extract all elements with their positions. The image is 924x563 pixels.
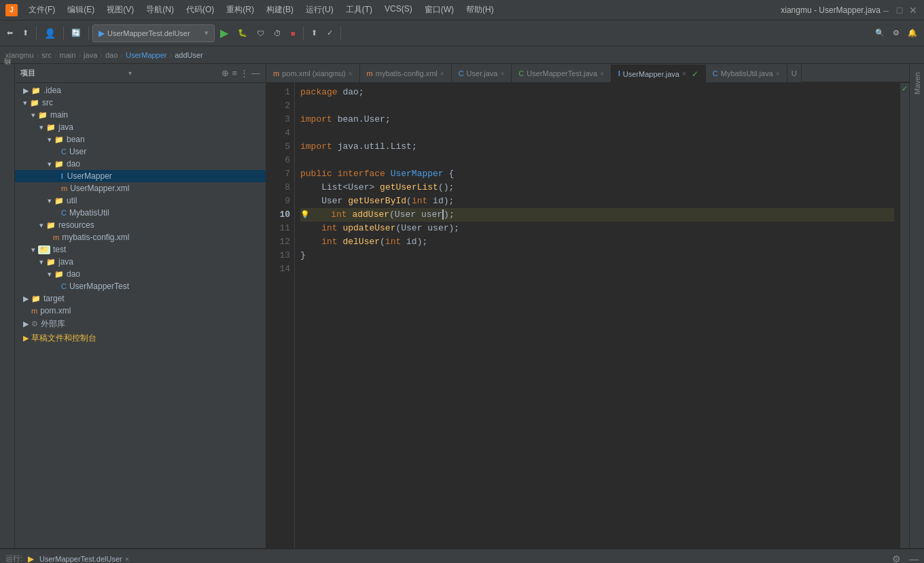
menu-window[interactable]: 窗口(W) <box>419 3 459 17</box>
tab-user[interactable]: C User.java × <box>452 65 512 82</box>
run-config-selector[interactable]: ▶ UserMapperTest.delUser ▾ <box>92 24 215 42</box>
run-button[interactable]: ▶ <box>216 24 232 43</box>
tab-mybatisutil[interactable]: C MybatisUtil.java × <box>706 65 787 82</box>
tree-test[interactable]: ▾ 📁 test <box>15 243 266 256</box>
tree-mybatisutil[interactable]: C MybatisUtil <box>15 207 266 219</box>
tree-main[interactable]: ▾ 📁 main <box>15 109 266 121</box>
code-editor[interactable]: 💡 package dao; import bean.User; import … <box>295 83 900 548</box>
maven-panel-label[interactable]: Maven <box>912 69 923 97</box>
bc-project[interactable]: xiangmu <box>5 51 34 59</box>
run-config-name: UserMapperTest.delUser × <box>39 555 129 563</box>
menu-bar: 文件(F) 编辑(E) 视图(V) 导航(N) 代码(O) 重构(R) 构建(B… <box>23 3 781 17</box>
tab-overflow[interactable]: U <box>787 65 802 82</box>
vcs-update-button[interactable]: ⬆ <box>307 24 321 43</box>
bc-adduser[interactable]: addUser <box>175 51 203 59</box>
tab-mybatis-config[interactable]: m mybatis-config.xml × <box>360 65 452 82</box>
expand-icon: ▾ <box>31 111 35 120</box>
line-num-2: 2 <box>266 99 290 113</box>
folder-icon: 📁 <box>38 111 48 120</box>
menu-refactor[interactable]: 重构(R) <box>221 3 260 17</box>
tab-close-icon[interactable]: × <box>682 70 686 78</box>
tree-minimize-icon[interactable]: — <box>251 68 260 78</box>
tree-scratches[interactable]: ▶ 草稿文件和控制台 <box>15 331 266 345</box>
sync-button[interactable]: 🔄 <box>67 24 85 43</box>
interface-icon: I <box>61 173 63 180</box>
tab-close-icon[interactable]: × <box>349 70 353 78</box>
menu-code[interactable]: 代码(O) <box>181 3 219 17</box>
line-num-3: 3 <box>266 113 290 126</box>
menu-build[interactable]: 构建(B) <box>261 3 299 17</box>
bc-src[interactable]: src <box>41 51 52 59</box>
tree-util[interactable]: ▾ 📁 util <box>15 194 266 207</box>
debug-button[interactable]: 🐛 <box>234 24 251 43</box>
vcs-commit-button[interactable]: ✓ <box>323 24 337 43</box>
settings-icon[interactable]: ⚙ <box>892 553 901 564</box>
tab-close-icon[interactable]: × <box>440 70 444 78</box>
tab-usermapper[interactable]: I UserMapper.java × ✓ <box>611 65 706 82</box>
forward-button[interactable]: ⬆ <box>18 24 33 43</box>
tree-java[interactable]: ▾ 📁 java <box>15 121 266 133</box>
editor-area: m pom.xml (xiangmu) × m mybatis-config.x… <box>266 64 909 548</box>
tree-usermapper[interactable]: I UserMapper <box>15 170 266 182</box>
bc-usermapper[interactable]: UserMapper <box>126 51 167 59</box>
search-everywhere-button[interactable]: 🔍 <box>871 24 889 43</box>
tree-usermapper-test[interactable]: C UserMapperTest <box>15 280 266 292</box>
tree-target[interactable]: ▶ 📁 target <box>15 292 266 305</box>
run-with-coverage-button[interactable]: 🛡 <box>253 24 268 43</box>
tree-pom[interactable]: m pom.xml <box>15 305 266 317</box>
test-tab-icon: C <box>518 69 524 78</box>
back-button[interactable]: ⬅ <box>3 24 17 43</box>
tab-close-icon[interactable]: × <box>500 70 504 78</box>
line-num-12: 12 <box>266 235 290 249</box>
menu-vcs[interactable]: VCS(S) <box>379 3 418 17</box>
editor-scrollbar[interactable]: ✓ <box>900 83 909 548</box>
tree-external-libs[interactable]: ▶ ⚙ 外部库 <box>15 317 266 331</box>
tab-pom[interactable]: m pom.xml (xiangmu) × <box>266 65 360 82</box>
menu-tools[interactable]: 工具(T) <box>340 3 378 17</box>
panel-minimize-icon[interactable]: — <box>909 553 919 564</box>
menu-file[interactable]: 文件(F) <box>23 3 60 17</box>
tree-bean[interactable]: ▾ 📁 bean <box>15 133 266 146</box>
stop-button[interactable]: ■ <box>287 24 300 43</box>
profile-button[interactable]: 👤 <box>40 24 60 43</box>
close-button[interactable]: ✕ <box>908 5 919 16</box>
settings-button[interactable]: ⚙ <box>889 24 904 43</box>
tree-test-java[interactable]: ▾ 📁 java <box>15 256 266 268</box>
menu-edit[interactable]: 编辑(E) <box>62 3 100 17</box>
menu-run[interactable]: 运行(U) <box>300 3 339 17</box>
tab-close-icon[interactable]: × <box>776 70 780 78</box>
tree-resources[interactable]: ▾ 📁 resources <box>15 219 266 231</box>
bc-dao[interactable]: dao <box>105 51 118 59</box>
code-line-11: int updateUser(User user); <box>300 222 894 235</box>
interface-tab-icon: I <box>618 70 620 78</box>
tab-close-icon[interactable]: × <box>600 70 604 78</box>
run-config-close[interactable]: × <box>125 555 129 563</box>
folder-icon: 📁 <box>54 135 64 144</box>
tree-dao[interactable]: ▾ 📁 dao <box>15 158 266 170</box>
editor-content[interactable]: 1 2 3 4 5 6 7 8 9 10 11 12 13 14 💡 pac <box>266 83 909 548</box>
tree-usermapper-xml[interactable]: m UserMapper.xml <box>15 182 266 194</box>
project-dropdown[interactable]: ▾ <box>128 69 132 77</box>
locate-file-icon[interactable]: ⊕ <box>221 68 229 78</box>
collapse-all-icon[interactable]: ≡ <box>232 68 237 78</box>
menu-help[interactable]: 帮助(H) <box>461 3 499 17</box>
tree-test-dao[interactable]: ▾ 📁 dao <box>15 268 266 280</box>
tree-idea[interactable]: ▶ 📁 .idea <box>15 84 266 97</box>
menu-view[interactable]: 视图(V) <box>101 3 139 17</box>
bc-java[interactable]: java <box>84 51 97 59</box>
title-bar: J 文件(F) 编辑(E) 视图(V) 导航(N) 代码(O) 重构(R) 构建… <box>0 0 924 20</box>
tab-usermapper-test[interactable]: C UserMapperTest.java × <box>512 65 611 82</box>
tree-user-java[interactable]: C User <box>15 146 266 158</box>
tree-src[interactable]: ▾ 📁 src <box>15 97 266 109</box>
structure-panel-label[interactable]: 结构 <box>1 67 14 75</box>
maximize-button[interactable]: □ <box>894 5 905 16</box>
tree-settings-icon[interactable]: ⋮ <box>240 68 249 78</box>
notifications-button[interactable]: 🔔 <box>904 24 921 43</box>
menu-navigate[interactable]: 导航(N) <box>141 3 179 17</box>
bc-main[interactable]: main <box>60 51 76 59</box>
profile-run-button[interactable]: ⏱ <box>270 24 285 43</box>
code-line-12: int delUser(int id); <box>300 235 894 249</box>
minimize-button[interactable]: – <box>881 5 891 16</box>
expand-icon: ▾ <box>39 258 43 267</box>
tree-mybatis-config[interactable]: m mybatis-config.xml <box>15 231 266 243</box>
